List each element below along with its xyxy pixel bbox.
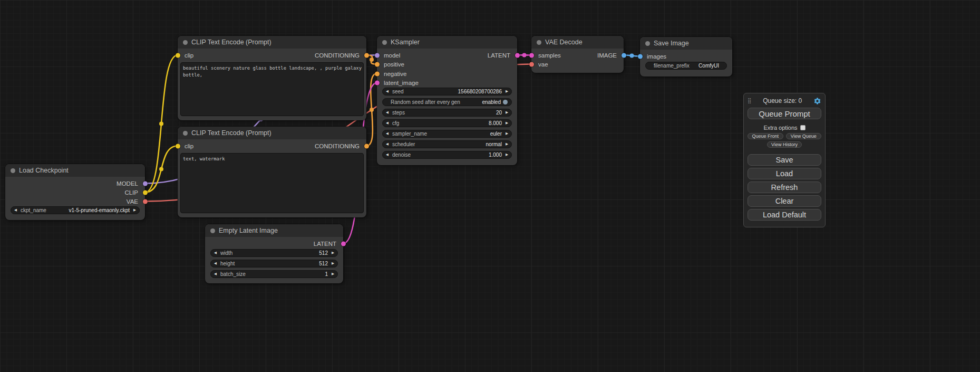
increment-arrow-icon[interactable]: ▶ xyxy=(506,90,508,93)
port-clip-output[interactable] xyxy=(143,190,148,195)
collapse-dot-icon[interactable] xyxy=(11,168,15,173)
wire-midpoint-dot xyxy=(370,108,374,112)
port-model-output[interactable] xyxy=(143,181,148,186)
port-clip-input[interactable] xyxy=(176,53,180,58)
port-vae-output[interactable] xyxy=(143,199,148,204)
increment-arrow-icon[interactable]: ▶ xyxy=(506,153,508,157)
node-vae-decode[interactable]: VAE Decode samples IMAGE vae xyxy=(531,36,624,73)
width-stepper[interactable]: ◀ width 512 ▶ xyxy=(210,249,338,257)
node-empty-latent-image[interactable]: Empty Latent Image LATENT ◀ width 512 ▶ … xyxy=(205,224,343,283)
node-header[interactable]: CLIP Text Encode (Prompt) xyxy=(178,36,366,49)
node-header[interactable]: Load Checkpoint xyxy=(5,164,145,177)
port-samples-input[interactable] xyxy=(529,53,534,58)
collapse-dot-icon[interactable] xyxy=(183,40,188,45)
node-header[interactable]: CLIP Text Encode (Prompt) xyxy=(178,127,366,139)
node-save-image[interactable]: Save Image images filename_prefix ComfyU… xyxy=(640,37,732,77)
port-vae-input[interactable] xyxy=(529,62,534,66)
sampler-name-combo[interactable]: ◀ sampler_name euler ▶ xyxy=(382,130,512,138)
widget-label: sampler_name xyxy=(392,131,427,137)
port-clip-input[interactable] xyxy=(176,144,180,148)
seed-stepper[interactable]: ◀ seed 156680208700286 ▶ xyxy=(382,88,512,96)
extra-options-checkbox[interactable] xyxy=(800,125,806,130)
increment-arrow-icon[interactable]: ▶ xyxy=(133,208,136,212)
queue-menu-panel: ⣿ Queue size: 0 Queue Prompt Extra optio… xyxy=(743,93,826,227)
widget-value: 1 xyxy=(325,271,328,277)
batch-size-stepper[interactable]: ◀ batch_size 1 ▶ xyxy=(210,270,338,278)
collapse-dot-icon[interactable] xyxy=(382,40,387,45)
port-latent-image-input[interactable] xyxy=(375,81,380,85)
output-label-image: IMAGE xyxy=(597,52,617,59)
port-latent-output[interactable] xyxy=(341,241,346,246)
slot-row: positive xyxy=(377,60,517,70)
toggle-dot-icon[interactable] xyxy=(503,100,508,104)
node-ksampler[interactable]: KSampler model LATENT positive negative … xyxy=(377,36,517,165)
denoise-stepper[interactable]: ◀ denoise 1.000 ▶ xyxy=(382,151,512,159)
node-header[interactable]: Save Image xyxy=(640,37,732,50)
port-images-input[interactable] xyxy=(638,54,643,59)
increment-arrow-icon[interactable]: ▶ xyxy=(506,142,508,146)
drag-handle-icon[interactable]: ⣿ xyxy=(748,98,751,103)
load-button[interactable]: Load xyxy=(748,168,821,179)
save-button[interactable]: Save xyxy=(748,154,821,166)
increment-arrow-icon[interactable]: ▶ xyxy=(332,251,334,255)
steps-stepper[interactable]: ◀ steps 20 ▶ xyxy=(382,109,512,117)
decrement-arrow-icon[interactable]: ◀ xyxy=(386,111,389,115)
port-image-output[interactable] xyxy=(622,53,626,58)
increment-arrow-icon[interactable]: ▶ xyxy=(506,132,508,136)
prompt-textarea[interactable]: text, watermark xyxy=(180,153,364,213)
port-conditioning-output[interactable] xyxy=(364,144,369,148)
decrement-arrow-icon[interactable]: ◀ xyxy=(386,132,389,136)
collapse-dot-icon[interactable] xyxy=(645,41,650,46)
slot-row: negative xyxy=(377,69,517,79)
extra-options-label: Extra options xyxy=(763,125,797,131)
ckpt-name-combo[interactable]: ◀ ckpt_name v1-5-pruned-emaonly.ckpt ▶ xyxy=(11,206,140,214)
port-negative-input[interactable] xyxy=(375,71,380,76)
widget-label: scheduler xyxy=(392,141,415,147)
decrement-arrow-icon[interactable]: ◀ xyxy=(214,272,217,276)
port-model-input[interactable] xyxy=(375,53,380,58)
increment-arrow-icon[interactable]: ▶ xyxy=(506,121,508,125)
increment-arrow-icon[interactable]: ▶ xyxy=(332,262,334,265)
height-stepper[interactable]: ◀ height 512 ▶ xyxy=(210,260,338,268)
scheduler-combo[interactable]: ◀ scheduler normal ▶ xyxy=(382,140,512,148)
port-conditioning-output[interactable] xyxy=(364,53,369,58)
view-queue-button[interactable]: View Queue xyxy=(786,133,822,139)
decrement-arrow-icon[interactable]: ◀ xyxy=(214,251,217,255)
prompt-textarea[interactable]: beautiful scenery nature glass bottle la… xyxy=(180,62,364,116)
load-default-button[interactable]: Load Default xyxy=(748,209,821,221)
increment-arrow-icon[interactable]: ▶ xyxy=(332,272,334,276)
widget-label: filename_prefix xyxy=(654,63,690,69)
refresh-button[interactable]: Refresh xyxy=(748,182,821,193)
decrement-arrow-icon[interactable]: ◀ xyxy=(386,153,389,157)
queue-front-button[interactable]: Queue Front xyxy=(748,133,783,139)
widget-label: cfg xyxy=(392,120,399,126)
decrement-arrow-icon[interactable]: ◀ xyxy=(14,208,17,212)
collapse-dot-icon[interactable] xyxy=(537,40,541,45)
queue-prompt-button[interactable]: Queue Prompt xyxy=(748,108,821,119)
node-clip-text-encode-negative[interactable]: CLIP Text Encode (Prompt) clip CONDITION… xyxy=(178,127,366,217)
filename-prefix-field[interactable]: filename_prefix ComfyUI xyxy=(645,62,727,70)
cfg-stepper[interactable]: ◀ cfg 8.000 ▶ xyxy=(382,119,512,127)
node-graph-canvas[interactable]: Load Checkpoint MODEL CLIP VAE ◀ ckpt_na… xyxy=(0,0,980,372)
collapse-dot-icon[interactable] xyxy=(183,131,188,136)
decrement-arrow-icon[interactable]: ◀ xyxy=(386,90,389,93)
widget-value: normal xyxy=(486,141,502,147)
settings-gear-icon[interactable] xyxy=(813,97,821,105)
increment-arrow-icon[interactable]: ▶ xyxy=(506,111,508,115)
random-seed-toggle[interactable]: Random seed after every gen enabled xyxy=(382,98,512,106)
node-header[interactable]: VAE Decode xyxy=(531,36,624,49)
port-latent-output[interactable] xyxy=(515,53,520,58)
view-history-button[interactable]: View History xyxy=(767,141,802,148)
decrement-arrow-icon[interactable]: ◀ xyxy=(214,262,217,265)
decrement-arrow-icon[interactable]: ◀ xyxy=(386,142,389,146)
node-clip-text-encode-positive[interactable]: CLIP Text Encode (Prompt) clip CONDITION… xyxy=(178,36,366,120)
node-header[interactable]: Empty Latent Image xyxy=(205,224,343,237)
decrement-arrow-icon[interactable]: ◀ xyxy=(386,121,389,125)
node-header[interactable]: KSampler xyxy=(377,36,517,49)
collapse-dot-icon[interactable] xyxy=(210,228,215,233)
node-load-checkpoint[interactable]: Load Checkpoint MODEL CLIP VAE ◀ ckpt_na… xyxy=(5,164,145,220)
widget-value: 156680208700286 xyxy=(458,89,502,94)
clear-button[interactable]: Clear xyxy=(748,195,821,207)
output-label-conditioning: CONDITIONING xyxy=(315,143,360,149)
port-positive-input[interactable] xyxy=(375,62,380,67)
